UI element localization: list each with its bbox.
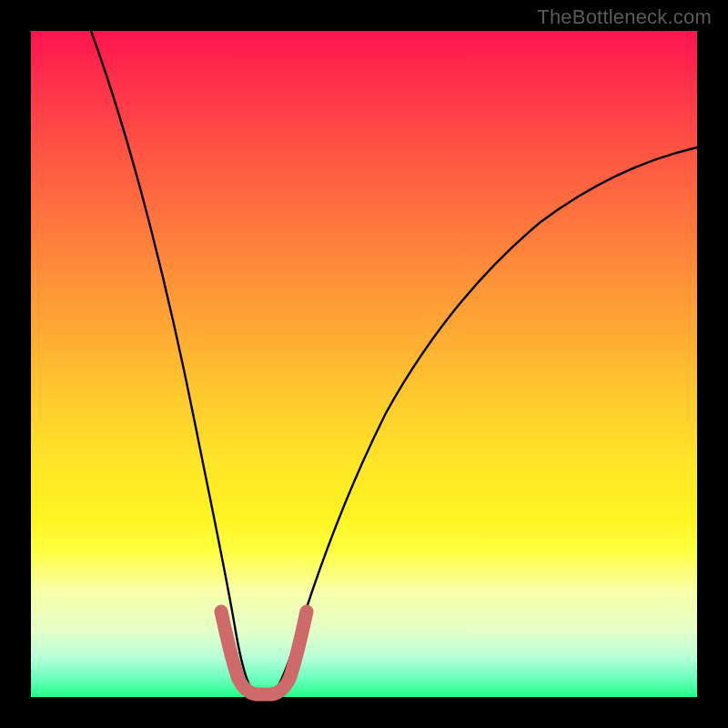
chart-svg [31, 31, 697, 697]
plot-area [31, 31, 697, 697]
right-curve [275, 147, 697, 692]
chart-frame: TheBottleneck.com [0, 0, 728, 728]
watermark-text: TheBottleneck.com [537, 5, 712, 29]
left-curve [91, 31, 253, 692]
